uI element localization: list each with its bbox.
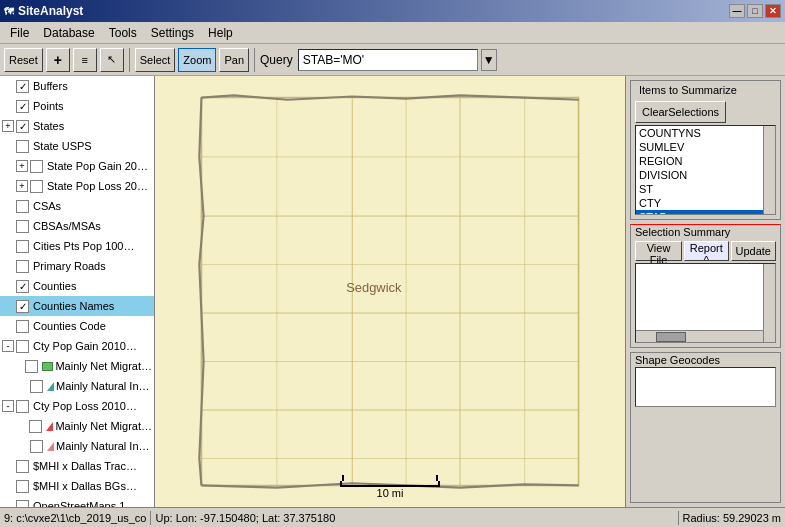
menu-bar: File Database Tools Settings Help [0,22,785,44]
zoom-button[interactable]: Zoom [178,48,216,72]
checkbox-counties-code[interactable] [16,320,29,333]
layer-item-cty-pop-loss-nat[interactable]: Mainly Natural In… [0,436,154,456]
checkbox-counties-names[interactable]: ✓ [16,300,29,313]
items-list: COUNTYNSSUMLEVREGIONDIVISIONSTCTYSTAB [635,125,776,215]
status-divider-1 [150,511,151,525]
layer-item-primary-roads[interactable]: Primary Roads [0,256,154,276]
checkbox-cities-pts[interactable] [16,240,29,253]
clear-selections-button[interactable]: ClearSelections [635,101,726,123]
selection-scrollbar-horizontal[interactable] [636,330,763,342]
layer-item-cty-pop-gain-nat[interactable]: Mainly Natural In… [0,376,154,396]
items-list-item-0[interactable]: COUNTYNS [636,126,763,140]
layer-item-csas[interactable]: CSAs [0,196,154,216]
layer-item-cty-pop-loss[interactable]: -Cty Pop Loss 2010… [0,396,154,416]
checkbox-cty-pop-gain-migr[interactable] [25,360,38,373]
checkbox-cty-pop-loss-nat[interactable] [30,440,43,453]
minimize-button[interactable]: — [729,4,745,18]
expand-state-pop-gain[interactable]: + [16,160,28,172]
layer-panel: ✓Buffers✓Points+✓StatesState USPS+State … [0,76,155,507]
layer-item-mhi-dallas-bg[interactable]: $MHI x Dallas BGs… [0,476,154,496]
title-bar-controls: — □ ✕ [729,4,781,18]
add-button[interactable]: + [46,48,70,72]
layer-item-points[interactable]: ✓Points [0,96,154,116]
checkbox-cbsas[interactable] [16,220,29,233]
checkbox-mhi-dallas-bg[interactable] [16,480,29,493]
checkbox-cty-pop-gain-nat[interactable] [30,380,43,393]
layer-item-cbsas[interactable]: CBSAs/MSAs [0,216,154,236]
checkbox-state-pop-loss[interactable] [30,180,43,193]
toolbar: Reset + ≡ ↖ Select Zoom Pan Query ▼ [0,44,785,76]
menu-file[interactable]: File [4,24,35,42]
svg-text:Sedgwick: Sedgwick [346,280,402,295]
checkbox-cty-pop-gain[interactable] [16,340,29,353]
selection-section: Selection Summary View File Report ^ Upd… [630,224,781,348]
layer-item-cty-pop-gain-migr[interactable]: Mainly Net Migrat… [0,356,154,376]
layer-item-cty-pop-gain[interactable]: -Cty Pop Gain 2010… [0,336,154,356]
menu-help[interactable]: Help [202,24,239,42]
menu-tools[interactable]: Tools [103,24,143,42]
layer-item-mhi-dallas-tract[interactable]: $MHI x Dallas Trac… [0,456,154,476]
toolbar-separator-1 [129,48,130,72]
layer-item-state-usps[interactable]: State USPS [0,136,154,156]
selection-scrollbar-vertical[interactable] [763,264,775,342]
layer-item-cities-pts[interactable]: Cities Pts Pop 100… [0,236,154,256]
checkbox-points[interactable]: ✓ [16,100,29,113]
items-list-item-3[interactable]: DIVISION [636,168,763,182]
items-list-item-5[interactable]: CTY [636,196,763,210]
selection-title: Selection Summary [631,224,734,240]
checkbox-cty-pop-loss-migr[interactable] [29,420,42,433]
layer-item-counties-code[interactable]: Counties Code [0,316,154,336]
select-button[interactable]: Select [135,48,176,72]
checkbox-states[interactable]: ✓ [16,120,29,133]
window-title: SiteAnalyst [18,4,83,18]
items-list-item-2[interactable]: REGION [636,154,763,168]
items-scrollbar[interactable] [763,126,775,214]
summarize-section: Items to Summarize ClearSelections COUNT… [630,80,781,220]
status-bar: 9: c:\cvxe2\1\cb_2019_us_co Up: Lon: -97… [0,507,785,527]
h-scroll-thumb[interactable] [656,332,686,342]
expand-cty-pop-loss[interactable]: - [2,400,14,412]
checkbox-primary-roads[interactable] [16,260,29,273]
expand-state-pop-loss[interactable]: + [16,180,28,192]
layer-item-buffers[interactable]: ✓Buffers [0,76,154,96]
layer-label-counties: Counties [33,280,76,292]
query-dropdown-button[interactable]: ▼ [481,49,497,71]
layer-item-counties[interactable]: ✓Counties [0,276,154,296]
layer-label-points: Points [33,100,64,112]
layer-label-cities-pts: Cities Pts Pop 100… [33,240,135,252]
arrow-button[interactable]: ↖ [100,48,124,72]
update-button[interactable]: Update [731,241,776,261]
lines-button[interactable]: ≡ [73,48,97,72]
checkbox-state-pop-gain[interactable] [30,160,43,173]
checkbox-openstreetmaps1[interactable] [16,500,29,508]
selection-buttons: View File Report ^ Update [631,239,780,263]
query-input[interactable] [298,49,478,71]
checkbox-counties[interactable]: ✓ [16,280,29,293]
checkbox-buffers[interactable]: ✓ [16,80,29,93]
view-file-button[interactable]: View File [635,241,682,261]
layer-item-counties-names[interactable]: ✓Counties Names [0,296,154,316]
layer-item-states[interactable]: +✓States [0,116,154,136]
layer-item-openstreetmaps1[interactable]: OpenStreetMaps 1… [0,496,154,507]
map-area[interactable]: Sedgwick 10 mi [155,76,625,507]
pan-button[interactable]: Pan [219,48,249,72]
layer-item-state-pop-loss[interactable]: +State Pop Loss 20… [0,176,154,196]
close-button[interactable]: ✕ [765,4,781,18]
layer-item-cty-pop-loss-migr[interactable]: Mainly Net Migrat… [0,416,154,436]
layer-item-state-pop-gain[interactable]: +State Pop Gain 20… [0,156,154,176]
geocodes-area [635,367,776,407]
items-list-item-4[interactable]: ST [636,182,763,196]
checkbox-mhi-dallas-tract[interactable] [16,460,29,473]
items-list-item-1[interactable]: SUMLEV [636,140,763,154]
checkbox-csas[interactable] [16,200,29,213]
reset-button[interactable]: Reset [4,48,43,72]
menu-database[interactable]: Database [37,24,100,42]
expand-cty-pop-gain[interactable]: - [2,340,14,352]
report-button[interactable]: Report ^ [684,241,728,261]
menu-settings[interactable]: Settings [145,24,200,42]
checkbox-cty-pop-loss[interactable] [16,400,29,413]
checkbox-state-usps[interactable] [16,140,29,153]
maximize-button[interactable]: □ [747,4,763,18]
items-list-item-6[interactable]: STAB [636,210,763,215]
expand-states[interactable]: + [2,120,14,132]
